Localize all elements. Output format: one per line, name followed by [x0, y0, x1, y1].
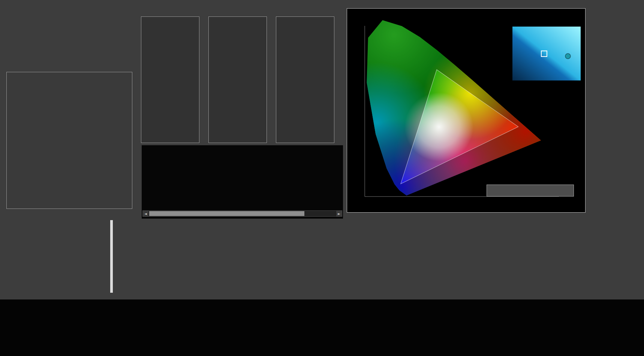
deltae2000-chart-title [6, 64, 133, 70]
deltae2000-plot-area [6, 72, 132, 209]
deltah-chart [266, 9, 334, 151]
swatch-comparison-panel: ◄ ► [142, 145, 343, 219]
swatch-column-labels [142, 197, 343, 203]
scroll-right-arrow-icon[interactable]: ► [336, 211, 342, 216]
scroll-left-arrow-icon[interactable]: ◄ [143, 211, 148, 216]
deltac-chart-title [208, 9, 266, 15]
scrollbar-thumb[interactable] [149, 211, 304, 216]
rgb-triplet-readout [487, 185, 574, 197]
cie-chromaticity-diagram [349, 16, 583, 211]
actual-swatch-row [142, 147, 343, 169]
table-vertical-scrollbar[interactable] [110, 220, 113, 293]
deltah-y-axis [266, 16, 274, 142]
current-reading-panel [5, 222, 110, 228]
deltal-plot-area [141, 16, 199, 143]
cie-1931-panel [347, 8, 586, 213]
deltah-chart-title [276, 9, 334, 15]
deltal-y-axis [131, 16, 139, 142]
target-swatch-row [142, 173, 343, 195]
header [8, 6, 132, 10]
deltae2000-x-axis [6, 211, 132, 216]
inset-measured-marker [565, 54, 571, 59]
cie-inset-preview [512, 27, 581, 80]
deltae2000-chart [6, 64, 133, 222]
deltac-plot-area [208, 16, 267, 143]
deltac-y-axis [199, 16, 207, 142]
deltal-chart-title [141, 9, 199, 15]
swatch-horizontal-scrollbar[interactable]: ◄ ► [142, 210, 342, 217]
deltal-chart [131, 9, 199, 151]
deltah-plot-area [276, 16, 334, 143]
bottom-toolbar [0, 299, 644, 356]
deltac-chart [199, 9, 267, 151]
